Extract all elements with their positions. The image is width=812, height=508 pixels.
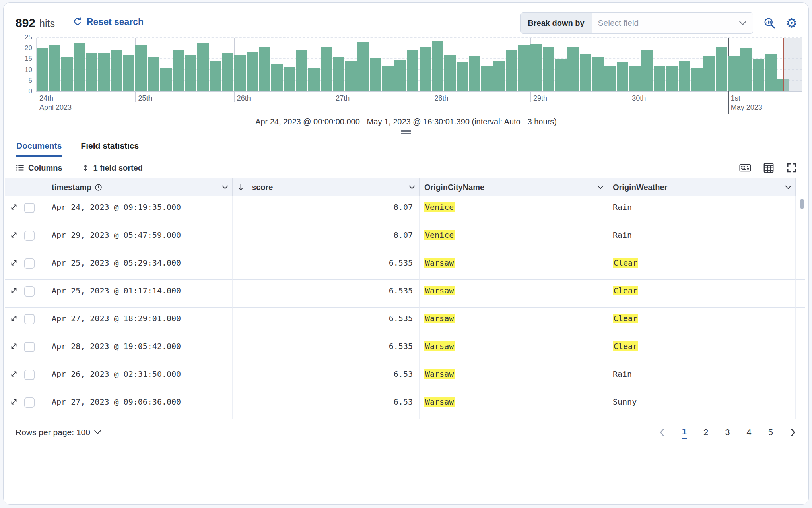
row-checkbox[interactable]	[24, 314, 35, 324]
break-down-by-label: Break down by	[521, 13, 591, 33]
hits-count: 892	[16, 16, 35, 30]
chart-settings-button[interactable]: ⚙	[786, 17, 797, 29]
view-tabs: Documents Field statistics	[4, 136, 808, 157]
refresh-icon	[72, 17, 83, 27]
timestamp-cell: Apr 28, 2023 @ 19:05:42.000	[47, 335, 233, 363]
sort-updown-icon	[82, 163, 89, 172]
grid-vertical-scrollbar[interactable]	[800, 199, 804, 209]
page-button-5[interactable]: 5	[768, 426, 773, 439]
histogram-bar	[234, 55, 246, 91]
expand-row-button[interactable]	[10, 231, 18, 239]
row-checkbox[interactable]	[24, 370, 35, 380]
histogram-bar	[765, 54, 777, 92]
header-filler	[796, 178, 804, 196]
page-button-4[interactable]: 4	[746, 426, 752, 439]
origin-weather-cell: Clear	[608, 308, 796, 335]
histogram-bar	[357, 42, 369, 91]
expand-row-button[interactable]	[10, 370, 18, 378]
histogram-plot[interactable]: 24thApril 202325th26th27th28th29th30th1s…	[36, 38, 802, 92]
origin-city-cell: Warsaw	[420, 391, 608, 419]
histogram-resize-handle[interactable]	[401, 130, 411, 134]
reset-search-button[interactable]: Reset search	[72, 17, 144, 27]
row-checkbox[interactable]	[24, 203, 35, 213]
histogram-bar	[284, 67, 295, 91]
filler-cell	[796, 335, 805, 363]
histogram-bar	[555, 59, 567, 91]
y-axis-tick-label: 10	[25, 66, 32, 74]
keyboard-shortcuts-button[interactable]	[739, 163, 751, 173]
score-cell: 6.535	[233, 280, 420, 308]
histogram-bar	[321, 47, 332, 91]
pagination: 12345	[659, 426, 796, 439]
row-checkbox[interactable]	[24, 397, 35, 408]
expand-icon	[10, 259, 18, 267]
expand-row-button[interactable]	[10, 287, 18, 295]
grid-line	[37, 37, 802, 38]
expand-icon	[10, 203, 18, 211]
break-down-by-field[interactable]: Select field	[592, 13, 753, 33]
histogram-bar	[407, 50, 418, 91]
origin-weather-cell: Clear	[608, 335, 796, 363]
header-score[interactable]: _score	[233, 178, 420, 196]
grid-footer: Rows per page: 100 12345	[4, 419, 808, 445]
histogram-bar	[604, 66, 616, 91]
histogram-bar	[679, 61, 690, 91]
histogram-bar	[74, 43, 85, 92]
gear-icon: ⚙	[786, 17, 797, 29]
expand-row-button[interactable]	[10, 203, 18, 211]
header-timestamp[interactable]: timestamp	[47, 178, 233, 196]
histogram-bar	[654, 66, 665, 91]
timestamp-cell: Apr 24, 2023 @ 09:19:35.000	[47, 196, 233, 224]
expand-row-button[interactable]	[10, 342, 18, 350]
page-button-1[interactable]: 1	[682, 426, 687, 439]
future-time-shade	[783, 38, 802, 91]
row-controls-cell	[5, 224, 47, 252]
prev-page-button[interactable]	[659, 427, 666, 438]
chevron-down-icon[interactable]	[785, 185, 791, 189]
row-checkbox[interactable]	[24, 342, 35, 352]
columns-button[interactable]: Columns	[16, 163, 62, 173]
origin-weather-cell: Rain	[608, 363, 796, 391]
histogram-bar	[580, 54, 591, 92]
histogram-bar	[691, 68, 703, 91]
header-origin-city[interactable]: OriginCityName	[420, 178, 608, 196]
display-options-button[interactable]	[763, 162, 774, 173]
x-axis-tick-label: 24thApril 2023	[39, 94, 72, 112]
histogram-bar	[592, 57, 604, 91]
inspect-chart-button[interactable]	[763, 17, 775, 29]
histogram-bar	[222, 53, 233, 91]
table-row: Apr 27, 2023 @ 18:29:01.0006.535WarsawCl…	[5, 308, 804, 335]
row-checkbox[interactable]	[24, 231, 35, 241]
reset-search-label: Reset search	[87, 17, 144, 27]
expand-row-button[interactable]	[10, 398, 18, 406]
row-controls-cell	[5, 363, 47, 391]
histogram-bar	[148, 57, 159, 91]
tab-documents[interactable]: Documents	[16, 136, 62, 157]
filler-cell	[796, 280, 805, 308]
documents-grid: timestamp _score OriginCityName	[5, 178, 804, 419]
histogram-bar	[86, 53, 97, 91]
fullscreen-button[interactable]	[786, 162, 797, 173]
histogram-bar	[493, 61, 505, 91]
tab-field-statistics[interactable]: Field statistics	[80, 136, 140, 157]
row-checkbox[interactable]	[24, 258, 35, 269]
header-origin-city-label: OriginCityName	[424, 183, 484, 192]
page-button-3[interactable]: 3	[725, 426, 730, 439]
sort-fields-button[interactable]: 1 field sorted	[82, 163, 143, 173]
rows-per-page-button[interactable]: Rows per page: 100	[16, 428, 101, 437]
next-page-button[interactable]	[789, 427, 796, 438]
origin-weather-cell: Sunny	[608, 391, 796, 419]
page-numbers: 12345	[682, 426, 773, 439]
chevron-down-icon[interactable]	[222, 185, 228, 189]
expand-row-button[interactable]	[10, 259, 18, 267]
expand-row-button[interactable]	[10, 314, 18, 322]
break-down-by-select[interactable]: Break down by Select field	[520, 12, 753, 34]
chevron-down-icon[interactable]	[409, 185, 415, 189]
header-origin-weather[interactable]: OriginWeather	[608, 178, 796, 196]
chevron-down-icon[interactable]	[597, 185, 604, 189]
histogram-bar	[49, 45, 60, 91]
histogram-bar	[444, 55, 456, 91]
origin-city-cell: Warsaw	[420, 280, 608, 308]
row-checkbox[interactable]	[24, 286, 35, 297]
page-button-2[interactable]: 2	[703, 426, 709, 439]
